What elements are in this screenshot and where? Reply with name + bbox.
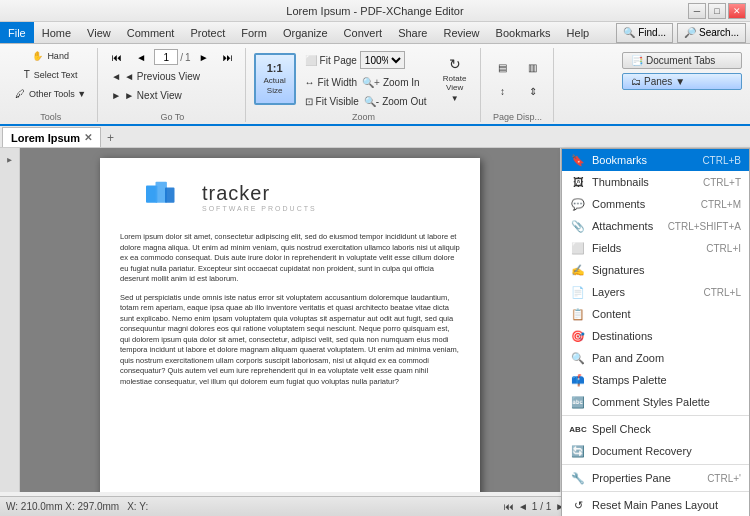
rotate-icon: ↻ xyxy=(449,56,461,72)
fit-visible-button[interactable]: ⊡ Fit Visible 🔍- Zoom Out xyxy=(300,93,432,110)
panes-menu-item-stamps-palette[interactable]: 📫 Stamps Palette xyxy=(562,369,749,391)
two-page-button[interactable]: ▥ xyxy=(519,56,547,78)
panes-menu-item-bookmarks[interactable]: 🔖 Bookmarks CTRL+B xyxy=(562,149,749,171)
panes-menu-item-document-recovery[interactable]: 🔄 Document Recovery xyxy=(562,440,749,462)
actual-size-button[interactable]: 1:1 Actual Size xyxy=(254,53,296,105)
panes-menu-item-signatures[interactable]: ✍ Signatures xyxy=(562,259,749,281)
zoom-select[interactable]: 100%75%50%150% xyxy=(360,51,405,69)
menu-protect[interactable]: Protect xyxy=(182,22,233,43)
previous-view-button[interactable]: ◄ ◄ Previous View xyxy=(106,68,238,85)
panes-menu-item-content[interactable]: 📋 Content xyxy=(562,303,749,325)
two-scroll-button[interactable]: ⇕ xyxy=(519,80,547,102)
nav-first-status[interactable]: ⏮ xyxy=(504,501,514,512)
fit-visible-icon: ⊡ xyxy=(305,96,313,107)
thumbnails-icon: 🖼 xyxy=(570,174,586,190)
menu-separator-2 xyxy=(562,464,749,465)
destinations-icon: 🎯 xyxy=(570,328,586,344)
left-sidebar: ◄ xyxy=(0,148,20,492)
last-page-button[interactable]: ⏭ xyxy=(217,48,239,66)
svg-rect-2 xyxy=(165,188,175,203)
close-button[interactable]: ✕ xyxy=(728,3,746,19)
single-page-button[interactable]: ▤ xyxy=(489,56,517,78)
prev-view-icon: ◄ xyxy=(111,71,121,82)
minimize-button[interactable]: ─ xyxy=(688,3,706,19)
content-icon: 📋 xyxy=(570,306,586,322)
zoom-in-label: 🔍+ xyxy=(362,77,380,88)
reset-main-icon: ↺ xyxy=(570,497,586,513)
panes-menu-item-spell-check[interactable]: ABC Spell Check xyxy=(562,418,749,440)
panes-menu-item-layers[interactable]: 📄 Layers CTRL+L xyxy=(562,281,749,303)
menu-convert[interactable]: Convert xyxy=(336,22,391,43)
menu-organize[interactable]: Organize xyxy=(275,22,336,43)
menu-separator-1 xyxy=(562,415,749,416)
status-coordinates: X: Y: xyxy=(127,501,148,512)
prev-page-button[interactable]: ◄ xyxy=(130,48,152,66)
menu-view[interactable]: View xyxy=(79,22,119,43)
scroll-button[interactable]: ↕ xyxy=(489,80,517,102)
menu-comment[interactable]: Comment xyxy=(119,22,183,43)
nav-prev-status[interactable]: ◄ xyxy=(518,501,528,512)
menu-help[interactable]: Help xyxy=(559,22,598,43)
sidebar-handle[interactable]: ◄ xyxy=(5,156,14,165)
menu-review[interactable]: Review xyxy=(435,22,487,43)
select-text-button[interactable]: T Select Text xyxy=(19,66,83,83)
page-nav-status: 1 / 1 xyxy=(532,501,551,512)
page-display-label: Page Disp... xyxy=(493,110,542,122)
document-tab-lorem-ipsum[interactable]: Lorem Ipsum ✕ xyxy=(2,127,101,147)
menu-home[interactable]: Home xyxy=(34,22,79,43)
comments-icon: 💬 xyxy=(570,196,586,212)
document-canvas[interactable]: tracker SOFTWARE PRODUCTS Lorem ipsum do… xyxy=(20,148,560,492)
menu-file[interactable]: File xyxy=(0,22,34,43)
pan-zoom-icon: 🔍 xyxy=(570,350,586,366)
panes-menu-item-attachments[interactable]: 📎 Attachments CTRL+SHIFT+A xyxy=(562,215,749,237)
menu-share[interactable]: Share xyxy=(390,22,435,43)
panes-dropdown-menu: 🔖 Bookmarks CTRL+B 🖼 Thumbnails CTRL+T 💬… xyxy=(561,148,750,516)
doc-tab-close-button[interactable]: ✕ xyxy=(84,132,92,143)
page-number-input[interactable] xyxy=(154,49,178,65)
menu-separator-3 xyxy=(562,491,749,492)
panes-menu-item-thumbnails[interactable]: 🖼 Thumbnails CTRL+T xyxy=(562,171,749,193)
stamps-icon: 📫 xyxy=(570,372,586,388)
hand-icon: ✋ xyxy=(32,51,43,61)
ribbon-group-page-display: ▤ ▥ ↕ ⇕ Page Disp... xyxy=(483,48,554,122)
panes-icon: 🗂 xyxy=(631,76,641,87)
status-dimensions: W: 210.0mm X: 297.0mm xyxy=(6,501,119,512)
next-page-button[interactable]: ► xyxy=(193,48,215,66)
first-page-button[interactable]: ⏮ xyxy=(106,48,128,66)
find-button[interactable]: 🔍 Find... xyxy=(616,23,673,43)
hand-tool-button[interactable]: ✋ Hand xyxy=(27,48,74,64)
fit-page-icon: ⬜ xyxy=(305,55,317,66)
bookmarks-icon: 🔖 xyxy=(570,152,586,168)
document-tabs-bar: Lorem Ipsum ✕ + xyxy=(0,126,750,148)
tools-group-label: Tools xyxy=(40,110,61,122)
panes-menu-item-destinations[interactable]: 🎯 Destinations xyxy=(562,325,749,347)
fit-page-button[interactable]: ⬜ Fit Page 100%75%50%150% xyxy=(300,48,432,72)
document-recovery-icon: 🔄 xyxy=(570,443,586,459)
ribbon-group-zoom: 1:1 Actual Size ⬜ Fit Page 100%75%50%150… xyxy=(248,48,481,122)
panes-menu-item-reset-main[interactable]: ↺ Reset Main Panes Layout xyxy=(562,494,749,516)
page-total: 1 xyxy=(185,52,191,63)
spell-check-icon: ABC xyxy=(570,421,586,437)
panes-button[interactable]: 🗂 Panes ▼ xyxy=(622,73,742,90)
document-body: Lorem ipsum dolor sit amet, consectetur … xyxy=(120,232,460,387)
doc-tabs-icon: 📑 xyxy=(631,55,643,66)
next-view-button[interactable]: ► ► Next View xyxy=(106,87,238,104)
menu-bookmarks[interactable]: Bookmarks xyxy=(488,22,559,43)
maximize-button[interactable]: □ xyxy=(708,3,726,19)
fit-width-button[interactable]: ↔ Fit Width 🔍+ Zoom In xyxy=(300,74,432,91)
new-tab-button[interactable]: + xyxy=(101,129,120,147)
panes-menu-item-comment-styles[interactable]: 🔤 Comment Styles Palette xyxy=(562,391,749,413)
other-tools-button[interactable]: 🖊 Other Tools ▼ xyxy=(10,85,91,102)
paragraph-1: Lorem ipsum dolor sit amet, consectetur … xyxy=(120,232,460,285)
next-view-icon: ► xyxy=(111,90,121,101)
panes-menu-item-fields[interactable]: ⬜ Fields CTRL+I xyxy=(562,237,749,259)
menu-bar: File Home View Comment Protect Form Orga… xyxy=(0,22,750,44)
menu-form[interactable]: Form xyxy=(233,22,275,43)
panes-menu-item-properties[interactable]: 🔧 Properties Pane CTRL+' xyxy=(562,467,749,489)
search-button[interactable]: 🔎 Search... xyxy=(677,23,746,43)
document-tabs-button[interactable]: 📑 Document Tabs xyxy=(622,52,742,69)
panes-menu-item-comments[interactable]: 💬 Comments CTRL+M xyxy=(562,193,749,215)
app-title: Lorem Ipsum - PDF-XChange Editor xyxy=(286,5,463,17)
rotate-view-button[interactable]: ↻ RotateView ▼ xyxy=(436,53,474,105)
panes-menu-item-pan-zoom[interactable]: 🔍 Pan and Zoom xyxy=(562,347,749,369)
